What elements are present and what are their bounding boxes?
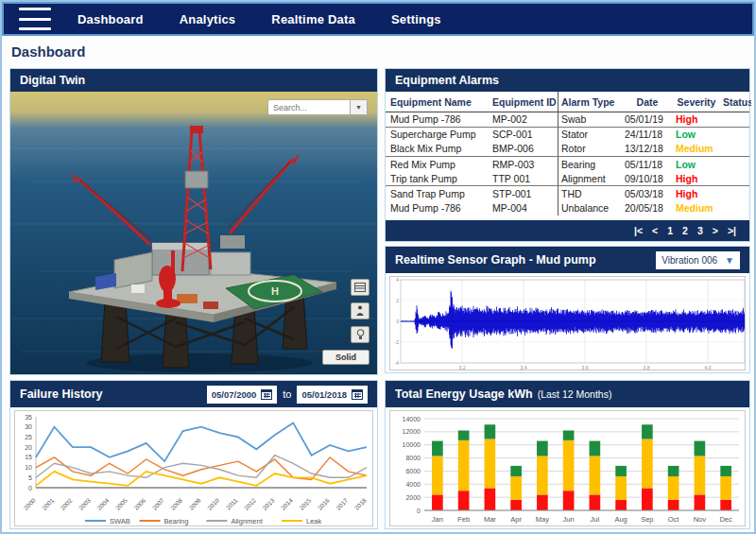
table-row[interactable]: Supercharge PumpSCP-001Stator24/11/18Low <box>386 128 749 143</box>
viewport-walkthrough-button[interactable] <box>351 302 369 319</box>
x-tick-label: 2007 <box>151 496 165 510</box>
nav-item-analytics[interactable]: Analytics <box>180 12 236 26</box>
y-tick-label: 30 <box>25 423 32 430</box>
bar-segment-feb <box>458 440 470 491</box>
cell-name: Black Mix Pump <box>387 143 490 154</box>
bar-segment-feb <box>458 491 470 510</box>
bar-segment-mar <box>485 439 496 488</box>
pagination-item[interactable]: < <box>652 225 658 236</box>
x-tick-label: 3.6 <box>582 365 589 370</box>
bar-segment-mar <box>485 424 496 439</box>
viewport-panel-tool-button[interactable] <box>351 279 369 296</box>
viewport-search-dropdown-icon[interactable]: ▼ <box>351 99 368 115</box>
hamburger-menu-icon[interactable] <box>19 8 51 30</box>
y-tick-label: 14000 <box>403 416 421 422</box>
viewport-toolbar: Solid <box>322 279 369 365</box>
chevron-down-icon: ▼ <box>725 255 734 266</box>
pagination-item[interactable]: 1 <box>667 225 673 236</box>
table-row[interactable]: Sand Trap PumpSTP-001THD05/03/18High <box>386 186 749 201</box>
x-tick-label: 2013 <box>261 496 275 510</box>
cell-sev: High <box>673 188 720 199</box>
bar-segment-oct <box>668 500 679 510</box>
nav-item-dashboard[interactable]: Dashboard <box>77 12 144 26</box>
bar-segment-nov <box>695 494 706 510</box>
sensor-graph-title: Realtime Sensor Graph - Mud pump <box>395 253 596 267</box>
bar-segment-jul <box>590 494 601 510</box>
cell-name: Sand Trap Pump <box>387 188 490 199</box>
pagination-item[interactable]: >| <box>728 225 736 236</box>
x-tick-label: 2018 <box>353 496 368 510</box>
cell-date: 13/12/18 <box>622 143 673 154</box>
x-tick-label: 2006 <box>132 496 146 510</box>
cell-id: SCP-001 <box>490 129 558 140</box>
sensor-graph-panel: Realtime Sensor Graph - Mud pump Vibrati… <box>385 246 750 373</box>
failure-history-panel: Failure History 05/07/2000 to 05/01/2018 <box>9 380 378 529</box>
nav-item-realtime-data[interactable]: Realtime Data <box>271 12 355 26</box>
bar-segment-feb <box>458 430 470 439</box>
energy-usage-panel: Total Energy Usage kWh (Last 12 Months) … <box>385 380 750 529</box>
x-tick-label: Oct <box>668 515 680 524</box>
bar-segment-dec <box>720 476 731 500</box>
table-row[interactable]: Mud Pump -786MP-002Swab05/01/19High <box>386 112 749 128</box>
bar-segment-oct <box>668 476 679 500</box>
lightbulb-icon <box>356 329 365 340</box>
pagination-item[interactable]: 3 <box>697 225 703 236</box>
nav-item-settings[interactable]: Settings <box>391 12 441 26</box>
viewport-search-input[interactable] <box>267 99 351 115</box>
table-row[interactable]: Black Mix PumpBMP-006Rotor13/12/18Medium <box>386 142 749 157</box>
date-to-input[interactable]: 05/01/2018 <box>297 386 368 404</box>
cell-sev: Medium <box>673 143 720 154</box>
x-tick-label: 3.8 <box>644 365 650 370</box>
cell-id: STP-001 <box>490 188 558 199</box>
x-tick-label: 3.4 <box>521 365 527 370</box>
cell-alarm-type: THD <box>558 186 622 201</box>
y-tick-label: 15 <box>25 454 32 460</box>
viewport-light-button[interactable] <box>351 326 369 343</box>
failure-history-line-chart: 0510152025303520002001200220032004200520… <box>14 410 373 526</box>
calendar-icon <box>261 388 272 400</box>
bar-segment-aug <box>615 500 627 510</box>
nav-items: DashboardAnalyticsRealtime DataSettings <box>77 12 441 26</box>
table-row[interactable]: Red Mix PumpRMP-003Bearing05/11/18Low <box>386 157 749 172</box>
column-header-name: Equipment Name <box>387 96 490 108</box>
x-tick-label: Jul <box>591 515 600 524</box>
bar-segment-may <box>537 494 548 510</box>
x-tick-label: Jun <box>563 515 575 524</box>
energy-usage-subtitle: (Last 12 Months) <box>538 388 612 400</box>
failure-history-header: Failure History 05/07/2000 to 05/01/2018 <box>10 381 377 407</box>
render-mode-solid-button[interactable]: Solid <box>322 350 369 365</box>
column-header-date: Date <box>622 96 673 108</box>
y-tick-label: 0 <box>396 319 399 324</box>
y-tick-label: 2 <box>396 298 399 303</box>
pagination-item[interactable]: > <box>713 225 718 236</box>
vibration-waveform-chart: 3.23.43.63.84.0420-2-4 <box>389 276 746 370</box>
pagination-item[interactable]: 2 <box>682 225 688 236</box>
cell-sev: Low <box>673 129 720 140</box>
table-row[interactable]: Mud Pump -786MP-004Unbalance20/05/18Medi… <box>386 201 749 216</box>
date-from-input[interactable]: 05/07/2000 <box>207 386 278 404</box>
bar-segment-apr <box>510 476 522 500</box>
bar-segment-aug <box>615 466 627 476</box>
bar-segment-oct <box>668 466 679 476</box>
column-header-alarm-type: Alarm Type <box>558 92 622 112</box>
cell-name: Trip tank Pump <box>387 173 490 184</box>
sensor-select-dropdown[interactable]: Vibration 006 ▼ <box>656 251 740 269</box>
bar-segment-sep <box>642 439 653 488</box>
x-tick-label: 2016 <box>317 496 331 510</box>
bar-segment-jun <box>563 491 575 510</box>
bar-segment-nov <box>695 441 706 456</box>
y-tick-label: 4 <box>396 277 399 283</box>
x-tick-label: Dec <box>719 515 732 524</box>
column-header-status: Status <box>720 96 751 108</box>
legend-label-leak: Leak <box>306 517 322 525</box>
cell-id: BMP-006 <box>490 143 558 154</box>
x-tick-label: 2012 <box>243 496 257 510</box>
calendar-icon <box>352 388 363 400</box>
bar-segment-jan <box>432 494 443 510</box>
y-tick-label: 25 <box>25 434 32 440</box>
dashboard-page: { "colors": { "nav_bg": "#0B2263", "nav_… <box>0 0 756 534</box>
table-row[interactable]: Trip tank PumpTTP 001Alignment09/10/18Hi… <box>386 171 749 186</box>
digital-twin-3d-viewport[interactable]: H <box>10 92 377 374</box>
pagination-item[interactable]: |< <box>634 225 643 236</box>
cell-id: MP-002 <box>490 113 558 125</box>
